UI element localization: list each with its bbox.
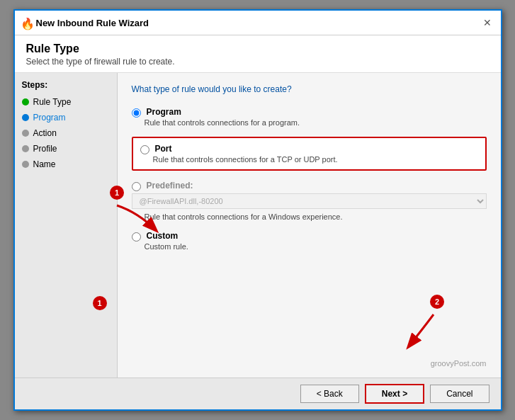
option-custom-label[interactable]: Custom — [132, 231, 487, 242]
option-port-label[interactable]: Port — [140, 144, 478, 154]
option-port-title: Port — [155, 144, 172, 154]
title-bar-left: 🔥 New Inbound Rule Wizard — [21, 17, 149, 28]
sidebar-item-program[interactable]: Program — [15, 110, 117, 125]
dot-profile — [22, 145, 29, 152]
page-subtitle: Select the type of firewall rule to crea… — [26, 57, 489, 67]
steps-label: Steps: — [15, 80, 117, 94]
dot-action — [22, 130, 29, 137]
option-predefined-title: Predefined: — [147, 181, 193, 191]
window-title: New Inbound Rule Wizard — [36, 18, 149, 28]
option-program-desc: Rule that controls connections for a pro… — [132, 118, 487, 127]
step-label-program: Program — [33, 113, 66, 123]
sidebar-item-name[interactable]: Name — [15, 157, 117, 172]
option-program-label[interactable]: Program — [132, 107, 487, 118]
annotation-badge-1: 1 — [93, 296, 107, 310]
sidebar-item-action[interactable]: Action — [15, 125, 117, 141]
next-button[interactable]: Next > — [365, 384, 424, 404]
sidebar: Steps: Rule Type Program Action Profile … — [15, 73, 118, 378]
main-content: What type of rule would you like to crea… — [118, 73, 501, 378]
option-custom-desc: Custom rule. — [132, 242, 487, 251]
page-header: Rule Type Select the type of firewall ru… — [15, 35, 501, 73]
step-label-name: Name — [33, 159, 56, 169]
question-text: What type of rule would you like to crea… — [132, 84, 487, 94]
content-area: Steps: Rule Type Program Action Profile … — [15, 73, 501, 378]
option-predefined-desc: Rule that controls connections for a Win… — [132, 212, 487, 221]
sidebar-item-profile[interactable]: Profile — [15, 141, 117, 157]
step-label-rule-type: Rule Type — [33, 97, 72, 107]
page-title: Rule Type — [26, 42, 489, 55]
watermark: groovyPost.com — [431, 359, 487, 368]
dot-rule-type — [22, 98, 29, 106]
wizard-window: 🔥 New Inbound Rule Wizard ✕ Rule Type Se… — [13, 9, 502, 411]
cancel-button[interactable]: Cancel — [430, 385, 489, 403]
option-custom[interactable]: Custom Custom rule. — [132, 231, 487, 251]
radio-custom[interactable] — [132, 232, 141, 242]
option-program-title: Program — [147, 107, 181, 117]
option-predefined: Predefined: @FirewallAPI.dll,-80200 Rule… — [132, 181, 487, 221]
window-icon: 🔥 — [21, 17, 32, 28]
radio-port[interactable] — [140, 145, 149, 154]
dot-name — [22, 161, 29, 168]
step-label-profile: Profile — [33, 144, 57, 154]
option-custom-title: Custom — [147, 231, 179, 241]
radio-program[interactable] — [132, 108, 141, 118]
close-button[interactable]: ✕ — [480, 15, 495, 30]
title-bar: 🔥 New Inbound Rule Wizard ✕ — [15, 11, 501, 35]
option-program[interactable]: Program Rule that controls connections f… — [132, 107, 487, 127]
sidebar-item-rule-type[interactable]: Rule Type — [15, 94, 117, 110]
option-port-desc: Rule that controls connections for a TCP… — [140, 155, 478, 164]
predefined-select[interactable]: @FirewallAPI.dll,-80200 — [132, 193, 487, 209]
back-button[interactable]: < Back — [300, 385, 359, 403]
radio-predefined[interactable] — [132, 182, 141, 191]
dot-program — [22, 114, 29, 121]
footer: < Back Next > Cancel — [15, 378, 501, 409]
option-port-box[interactable]: Port Rule that controls connections for … — [132, 137, 487, 171]
option-predefined-label[interactable]: Predefined: — [132, 181, 487, 193]
step-label-action: Action — [33, 128, 57, 138]
